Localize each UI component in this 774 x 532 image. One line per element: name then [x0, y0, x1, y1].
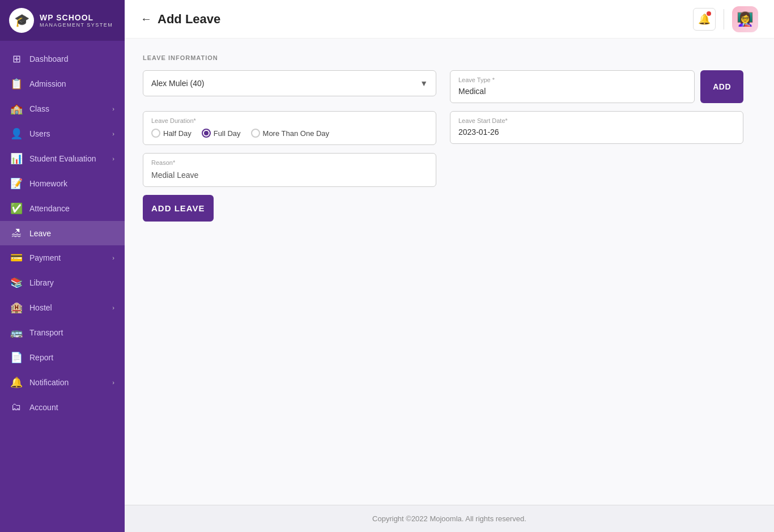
notification-badge [707, 11, 711, 16]
student-select[interactable]: Alex Mulei (40) ▼ [143, 70, 436, 96]
sidebar-icon-library: 📚 [10, 276, 23, 289]
sidebar-label-attendance: Attendance [29, 204, 114, 213]
section-label: LEAVE INFORMATION [143, 54, 756, 61]
sidebar-item-admission[interactable]: 📋 Admission [0, 71, 125, 96]
leave-duration-box: Leave Duration* Half Day Full Day [143, 111, 436, 145]
radio-more-than-one-day-label: More Than One Day [263, 129, 330, 138]
sidebar-label-admission: Admission [29, 79, 114, 88]
sidebar-item-hostel[interactable]: 🏨 Hostel › [0, 295, 125, 320]
header-divider [724, 9, 724, 29]
brand-sub: MANAGEMENT SYSTEM [40, 22, 113, 28]
sidebar-item-notification[interactable]: 🔔 Notification › [0, 370, 125, 395]
sidebar-icon-hostel: 🏨 [10, 301, 23, 314]
sidebar-icon-users: 👤 [10, 127, 23, 140]
sidebar-item-leave[interactable]: 🏖 Leave [0, 221, 125, 245]
sidebar-label-homework: Homework [29, 179, 114, 188]
leave-type-value: Medical [458, 87, 686, 96]
dropdown-arrow-icon: ▼ [420, 79, 428, 88]
chevron-icon-student-evaluation: › [112, 155, 114, 162]
duration-options: Half Day Full Day More Than One Day [151, 129, 428, 138]
leave-start-date-value: 2023-01-26 [458, 127, 735, 137]
main-content: ← Add Leave 🔔 👩‍🏫 LEAVE INFORMATION [125, 0, 774, 532]
duration-half-day[interactable]: Half Day [151, 129, 192, 138]
student-select-value: Alex Mulei (40) [151, 79, 204, 88]
add-leave-button[interactable]: ADD LEAVE [143, 195, 214, 222]
page-title-row: ← Add Leave [141, 12, 220, 27]
sidebar-icon-notification: 🔔 [10, 376, 23, 389]
radio-full-day-circle [202, 129, 211, 138]
sidebar-item-users[interactable]: 👤 Users › [0, 121, 125, 146]
sidebar-icon-transport: 🚌 [10, 326, 23, 339]
footer-text: Copyright ©2022 Mojoomla. All rights res… [372, 514, 526, 523]
sidebar-item-transport[interactable]: 🚌 Transport [0, 320, 125, 345]
sidebar-icon-class: 🏫 [10, 103, 23, 115]
logo-text: WP SCHOOL MANAGEMENT SYSTEM [40, 13, 113, 28]
sidebar-label-library: Library [29, 278, 114, 287]
page-title: Add Leave [158, 12, 220, 27]
leave-type-field: Leave Type * Medical [450, 70, 695, 103]
sidebar-logo[interactable]: 🎓 WP SCHOOL MANAGEMENT SYSTEM [0, 0, 125, 41]
main-header: ← Add Leave 🔔 👩‍🏫 [125, 0, 774, 39]
sidebar-item-dashboard[interactable]: ⊞ Dashboard [0, 46, 125, 71]
sidebar-item-student-evaluation[interactable]: 📊 Student Evaluation › [0, 146, 125, 171]
radio-half-day-circle [151, 129, 160, 138]
chevron-icon-notification: › [112, 379, 114, 386]
sidebar-label-leave: Leave [29, 229, 114, 238]
chevron-icon-class: › [112, 105, 114, 112]
sidebar-item-class[interactable]: 🏫 Class › [0, 96, 125, 121]
sidebar-label-account: Account [29, 403, 114, 412]
sidebar-item-payment[interactable]: 💳 Payment › [0, 245, 125, 270]
add-button[interactable]: ADD [700, 70, 743, 103]
sidebar-label-hostel: Hostel [29, 303, 105, 312]
sidebar-icon-payment: 💳 [10, 252, 23, 264]
sidebar-icon-account: 🗂 [10, 401, 23, 413]
sidebar-icon-report: 📄 [10, 351, 23, 364]
sidebar-label-payment: Payment [29, 253, 105, 262]
duration-more-than-one-day[interactable]: More Than One Day [251, 129, 330, 138]
sidebar-item-attendance[interactable]: ✅ Attendance [0, 196, 125, 221]
sidebar-label-transport: Transport [29, 328, 114, 337]
back-arrow-button[interactable]: ← [141, 12, 152, 25]
sidebar-nav: ⊞ Dashboard 📋 Admission 🏫 Class › 👤 User… [0, 41, 125, 532]
sidebar-item-report[interactable]: 📄 Report [0, 345, 125, 370]
notification-button[interactable]: 🔔 [693, 8, 716, 31]
sidebar-label-dashboard: Dashboard [29, 54, 114, 63]
sidebar-item-homework[interactable]: 📝 Homework [0, 171, 125, 196]
sidebar-icon-dashboard: ⊞ [10, 53, 23, 65]
brand-name: WP SCHOOL [40, 13, 113, 22]
sidebar-item-library[interactable]: 📚 Library [0, 270, 125, 295]
chevron-icon-users: › [112, 130, 114, 137]
sidebar-label-report: Report [29, 353, 114, 362]
page-content: LEAVE INFORMATION Alex Mulei (40) ▼ Leav… [125, 39, 774, 505]
sidebar: 🎓 WP SCHOOL MANAGEMENT SYSTEM ⊞ Dashboar… [0, 0, 125, 532]
chevron-icon-payment: › [112, 254, 114, 261]
main-footer: Copyright ©2022 Mojoomla. All rights res… [125, 505, 774, 532]
avatar-image: 👩‍🏫 [737, 11, 754, 27]
reason-value: Medial Leave [151, 171, 428, 180]
sidebar-label-class: Class [29, 104, 105, 113]
sidebar-label-users: Users [29, 129, 105, 138]
radio-half-day-label: Half Day [163, 129, 192, 138]
sidebar-item-account[interactable]: 🗂 Account [0, 395, 125, 419]
sidebar-label-notification: Notification [29, 378, 105, 387]
reason-label: Reason* [151, 159, 428, 166]
chevron-icon-hostel: › [112, 304, 114, 311]
sidebar-icon-admission: 📋 [10, 78, 23, 90]
user-avatar[interactable]: 👩‍🏫 [732, 6, 758, 32]
duration-full-day[interactable]: Full Day [202, 129, 241, 138]
sidebar-icon-attendance: ✅ [10, 202, 23, 215]
radio-full-day-label: Full Day [214, 129, 241, 138]
reason-box: Reason* Medial Leave [143, 153, 436, 187]
sidebar-label-student-evaluation: Student Evaluation [29, 154, 105, 163]
leave-type-label: Leave Type * [458, 76, 686, 83]
duration-label: Leave Duration* [151, 117, 428, 124]
leave-start-date-field: Leave Start Date* 2023-01-26 [450, 111, 743, 144]
logo-icon: 🎓 [9, 8, 34, 33]
radio-more-than-one-day-circle [251, 129, 260, 138]
sidebar-icon-student-evaluation: 📊 [10, 152, 23, 165]
header-actions: 🔔 👩‍🏫 [693, 6, 758, 32]
sidebar-icon-leave: 🏖 [10, 227, 23, 239]
sidebar-icon-homework: 📝 [10, 177, 23, 190]
leave-start-date-label: Leave Start Date* [458, 117, 735, 124]
